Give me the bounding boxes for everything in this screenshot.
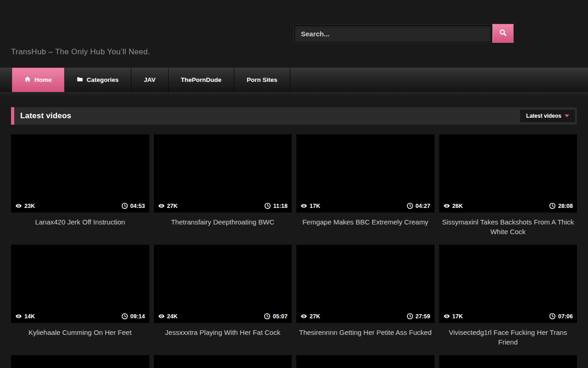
video-card[interactable]: 27K 27:59 Thesirennnn Getting Her Petite…	[296, 245, 435, 355]
duration-stat: 05:07	[264, 313, 288, 320]
duration-stat: 04:27	[407, 202, 430, 209]
views-stat: 14K	[15, 313, 35, 320]
video-thumbnail[interactable]: 17K 04:27	[296, 134, 435, 213]
video-card[interactable]	[439, 355, 577, 368]
eye-icon	[300, 313, 307, 320]
video-card[interactable]	[296, 355, 435, 368]
views-stat: 27K	[300, 313, 320, 320]
views-stat: 27K	[158, 202, 178, 209]
video-thumbnail[interactable]: 27K 11:18	[154, 134, 292, 213]
video-title[interactable]: Vivisectedg1rl Face Fucking Her Trans Fr…	[439, 323, 577, 355]
views-stat: 24K	[158, 313, 178, 320]
nav-item-categories[interactable]: Categories	[64, 68, 132, 92]
video-card[interactable]: 17K 07:06 Vivisectedg1rl Face Fucking He…	[439, 245, 577, 355]
site-tagline: TransHub – The Only Hub You’ll Need.	[11, 47, 150, 57]
video-thumbnail[interactable]	[154, 355, 292, 368]
video-thumbnail[interactable]: 23K 04:53	[11, 134, 149, 213]
nav-item-jav[interactable]: JAV	[131, 68, 168, 92]
clock-icon	[549, 202, 556, 209]
main-nav: Home Categories JAV ThePornDude Porn Sit…	[0, 68, 588, 92]
video-card[interactable]: 14K 09:14 Kyliehaale Cumming On Her Feet	[11, 245, 149, 355]
views-stat: 17K	[443, 313, 463, 320]
folder-icon	[77, 76, 83, 84]
search-input[interactable]	[294, 25, 492, 42]
video-card[interactable]: 17K 04:27 Femgape Makes BBC Extremely Cr…	[296, 134, 435, 245]
nav-item-theporndude[interactable]: ThePornDude	[169, 68, 235, 92]
duration-value: 09:14	[130, 313, 145, 320]
views-stat: 17K	[300, 202, 320, 209]
duration-value: 04:27	[416, 203, 430, 209]
video-thumbnail[interactable]	[439, 355, 577, 368]
video-card[interactable]: 27K 11:18 Thetransfairy Deepthroating BW…	[154, 134, 292, 245]
video-title[interactable]: Femgape Makes BBC Extremely Creamy	[296, 213, 435, 245]
views-stat: 23K	[15, 202, 35, 209]
views-count: 23K	[24, 203, 35, 209]
section-title: Latest videos	[20, 111, 71, 121]
duration-stat: 04:53	[121, 202, 145, 209]
video-stats: 14K 09:14	[11, 313, 149, 323]
video-thumbnail[interactable]: 26K 28:08	[439, 134, 577, 213]
nav-item-porn-sites[interactable]: Porn Sites	[234, 68, 290, 92]
video-thumbnail[interactable]: 27K 27:59	[296, 245, 435, 323]
video-stats: 26K 28:08	[439, 202, 577, 213]
video-card[interactable]	[11, 355, 149, 368]
duration-value: 27:59	[416, 313, 430, 320]
video-thumbnail[interactable]: 17K 07:06	[439, 245, 577, 323]
eye-icon	[15, 202, 22, 209]
clock-icon	[549, 313, 556, 320]
duration-stat: 11:18	[264, 202, 288, 209]
video-thumbnail[interactable]	[296, 355, 435, 368]
clock-icon	[264, 313, 271, 320]
views-count: 17K	[310, 203, 320, 209]
duration-value: 11:18	[273, 203, 288, 209]
home-icon	[24, 76, 31, 84]
duration-value: 04:53	[130, 203, 145, 209]
video-stats: 23K 04:53	[11, 202, 149, 213]
video-title[interactable]: Kyliehaale Cumming On Her Feet	[11, 323, 149, 355]
sort-dropdown[interactable]: Latest videos	[520, 110, 575, 122]
main-content: Latest videos Latest videos 23K 04:53	[0, 107, 588, 368]
clock-icon	[407, 202, 413, 209]
video-card[interactable]: 23K 04:53 Lanax420 Jerk Off Instruction	[11, 134, 149, 245]
views-count: 14K	[24, 313, 35, 320]
search-button[interactable]	[492, 24, 514, 43]
video-thumbnail[interactable]: 24K 05:07	[154, 245, 292, 323]
nav-item-label: Home	[34, 76, 52, 83]
video-stats: 27K 27:59	[296, 313, 435, 323]
views-count: 24K	[167, 313, 178, 320]
eye-icon	[300, 202, 307, 209]
section-header: Latest videos Latest videos	[11, 107, 577, 125]
views-count: 17K	[452, 313, 463, 320]
nav-item-label: JAV	[144, 76, 155, 83]
video-title[interactable]: Thesirennnn Getting Her Petite Ass Fucke…	[296, 323, 435, 355]
video-stats: 17K 04:27	[296, 202, 435, 213]
views-count: 27K	[167, 203, 178, 209]
duration-value: 05:07	[273, 313, 288, 320]
clock-icon	[121, 313, 128, 320]
video-card[interactable]: 26K 28:08 Sissymaxinl Takes Backshots Fr…	[439, 134, 577, 245]
duration-value: 28:08	[558, 203, 573, 209]
clock-icon	[264, 202, 271, 209]
views-count: 26K	[452, 203, 463, 209]
video-title[interactable]: Thetransfairy Deepthroating BWC	[154, 213, 292, 245]
video-card[interactable]	[154, 355, 292, 368]
duration-stat: 07:06	[549, 313, 573, 320]
duration-stat: 09:14	[121, 313, 145, 320]
video-stats: 24K 05:07	[154, 313, 292, 323]
caret-down-icon	[565, 115, 569, 117]
video-thumbnail[interactable]: 14K 09:14	[11, 245, 149, 323]
clock-icon	[407, 313, 413, 320]
eye-icon	[158, 313, 165, 320]
video-title[interactable]: Lanax420 Jerk Off Instruction	[11, 213, 149, 245]
nav-item-label: ThePornDude	[181, 76, 222, 83]
views-count: 27K	[310, 313, 320, 320]
nav-item-label: Categories	[87, 76, 119, 83]
video-stats: 27K 11:18	[154, 202, 292, 213]
nav-item-home[interactable]: Home	[12, 68, 64, 92]
video-card[interactable]: 24K 05:07 Jessxxxtra Playing With Her Fa…	[154, 245, 292, 355]
video-stats: 17K 07:06	[439, 313, 577, 323]
video-thumbnail[interactable]	[11, 355, 149, 368]
duration-stat: 28:08	[549, 202, 573, 209]
video-title[interactable]: Jessxxxtra Playing With Her Fat Cock	[154, 323, 292, 355]
video-title[interactable]: Sissymaxinl Takes Backshots From A Thick…	[439, 213, 577, 245]
